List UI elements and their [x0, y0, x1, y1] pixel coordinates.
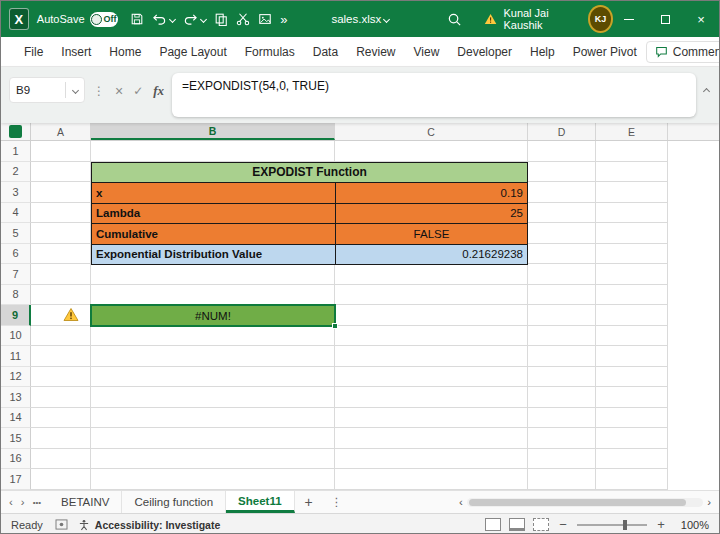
row-header[interactable]: 14: [1, 408, 31, 429]
error-trace-button[interactable]: [63, 307, 79, 322]
selected-cell-B9[interactable]: #NUM!: [90, 304, 336, 327]
zoom-slider-thumb[interactable]: [623, 520, 627, 530]
search-icon[interactable]: [447, 12, 462, 27]
tab-power-pivot[interactable]: Power Pivot: [564, 37, 646, 67]
macro-record-icon[interactable]: [55, 519, 68, 530]
insert-function-icon[interactable]: fx: [153, 83, 164, 99]
row-header[interactable]: 6: [1, 244, 31, 265]
page-break-view-icon[interactable]: [533, 518, 549, 531]
autosave-toggle[interactable]: Off: [90, 12, 119, 27]
tab-page-layout[interactable]: Page Layout: [150, 37, 235, 67]
comments-button[interactable]: Comments: [646, 41, 720, 63]
table-value-cell[interactable]: 25: [336, 204, 527, 224]
tab-developer[interactable]: Developer: [448, 37, 521, 67]
sheet-tab-betainv[interactable]: BETAINV: [49, 491, 122, 513]
table-title-cell[interactable]: EXPODIST Function: [92, 163, 527, 184]
row-header[interactable]: 16: [1, 449, 31, 470]
name-box-dropdown-chevron-icon[interactable]: [72, 86, 79, 93]
account-area[interactable]: Kunal Jai Kaushik KJ: [484, 7, 611, 31]
cut-icon[interactable]: [236, 12, 250, 26]
zoom-slider[interactable]: [577, 524, 647, 526]
row-header[interactable]: 2: [1, 162, 31, 183]
name-box[interactable]: B9: [9, 77, 85, 103]
undo-dropdown-chevron-icon[interactable]: [169, 15, 176, 22]
collapse-formula-bar-chevron-icon[interactable]: [703, 88, 710, 95]
normal-view-icon[interactable]: [485, 518, 501, 531]
tab-review[interactable]: Review: [347, 37, 404, 67]
table-label-cell[interactable]: Cumulative: [92, 224, 336, 244]
tab-formulas[interactable]: Formulas: [236, 37, 304, 67]
add-sheet-button[interactable]: +: [295, 491, 323, 513]
row-header[interactable]: 4: [1, 203, 31, 224]
scrollbar-thumb[interactable]: [469, 499, 686, 506]
enter-formula-icon[interactable]: ✓: [133, 84, 143, 98]
table-value-cell[interactable]: 0.19: [336, 183, 527, 203]
table-value-cell[interactable]: 0.21629238: [336, 245, 527, 265]
minimize-button[interactable]: [611, 1, 647, 37]
cells-area[interactable]: 1 2 3 4 5 6 7 8 9 10 11 12 13 14 15 16 1…: [1, 141, 719, 490]
zoom-level[interactable]: 100%: [675, 519, 709, 531]
sheet-list-dots[interactable]: •••: [33, 498, 41, 507]
sheet-tab-ceiling-function[interactable]: Ceiling function: [122, 491, 226, 513]
undo-button[interactable]: [152, 13, 175, 26]
next-sheet-arrow[interactable]: ›: [21, 496, 25, 508]
sheet-tab-sheet11-active[interactable]: Sheet11: [226, 491, 294, 513]
excel-logo-icon[interactable]: X: [9, 8, 29, 30]
document-title[interactable]: sales.xlsx: [331, 13, 389, 25]
row-header[interactable]: 1: [1, 141, 31, 162]
column-header-B[interactable]: B: [91, 123, 335, 140]
row-header[interactable]: 13: [1, 387, 31, 408]
row-header[interactable]: 3: [1, 182, 31, 203]
picture-icon[interactable]: [258, 12, 272, 26]
table-row[interactable]: Cumulative FALSE: [92, 224, 527, 245]
redo-button[interactable]: [183, 13, 206, 26]
row-header[interactable]: 12: [1, 367, 31, 388]
column-header-C[interactable]: C: [335, 123, 528, 140]
save-icon[interactable]: [130, 12, 144, 26]
tab-file[interactable]: File: [15, 37, 52, 67]
tab-data[interactable]: Data: [304, 37, 347, 67]
row-header[interactable]: 8: [1, 285, 31, 306]
formula-input[interactable]: =EXPONDIST(54,0, TRUE): [172, 73, 696, 117]
table-label-cell[interactable]: x: [92, 183, 336, 203]
column-header-E[interactable]: E: [596, 123, 668, 140]
redo-dropdown-chevron-icon[interactable]: [200, 15, 207, 22]
column-header-D[interactable]: D: [528, 123, 596, 140]
table-value-cell[interactable]: FALSE: [336, 224, 527, 244]
scroll-left-arrow[interactable]: ‹: [459, 496, 463, 508]
tab-view[interactable]: View: [405, 37, 449, 67]
table-label-cell[interactable]: Lambda: [92, 204, 336, 224]
accessibility-status[interactable]: Accessibility: Investigate: [78, 519, 220, 531]
horizontal-scrollbar[interactable]: ‹ ›: [451, 491, 719, 513]
row-header[interactable]: 11: [1, 346, 31, 367]
zoom-in-button[interactable]: +: [655, 517, 667, 532]
toolbar-overflow-chevron[interactable]: »: [280, 12, 287, 27]
avatar[interactable]: KJ: [590, 7, 611, 31]
row-header[interactable]: 17: [1, 469, 31, 490]
row-header[interactable]: 7: [1, 264, 31, 285]
table-row-result[interactable]: Exponential Distribution Value 0.2162923…: [92, 245, 527, 265]
select-all-corner[interactable]: [1, 123, 31, 140]
tab-home[interactable]: Home: [100, 37, 150, 67]
expodist-table[interactable]: EXPODIST Function x 0.19 Lambda 25 Cumul…: [91, 162, 528, 266]
table-label-cell[interactable]: Exponential Distribution Value: [92, 245, 336, 265]
row-header[interactable]: 5: [1, 223, 31, 244]
table-row[interactable]: x 0.19: [92, 183, 527, 204]
zoom-out-button[interactable]: −: [557, 517, 569, 532]
tabbar-more-icon[interactable]: ⋮: [323, 491, 351, 513]
scrollbar-track[interactable]: [467, 498, 703, 507]
maximize-button[interactable]: [647, 1, 683, 37]
scroll-right-arrow[interactable]: ›: [707, 496, 711, 508]
row-header[interactable]: 15: [1, 428, 31, 449]
fill-handle[interactable]: [332, 323, 338, 329]
row-header[interactable]: 10: [1, 326, 31, 347]
page-layout-view-icon[interactable]: [509, 518, 525, 531]
column-header-A[interactable]: A: [31, 123, 91, 140]
cancel-formula-icon[interactable]: ×: [115, 83, 123, 99]
row-header-selected[interactable]: 9: [1, 305, 31, 326]
close-button[interactable]: ×: [683, 1, 719, 37]
tab-insert[interactable]: Insert: [52, 37, 100, 67]
copy-icon[interactable]: [214, 12, 228, 26]
prev-sheet-arrow[interactable]: ‹: [9, 496, 13, 508]
table-row[interactable]: Lambda 25: [92, 204, 527, 225]
